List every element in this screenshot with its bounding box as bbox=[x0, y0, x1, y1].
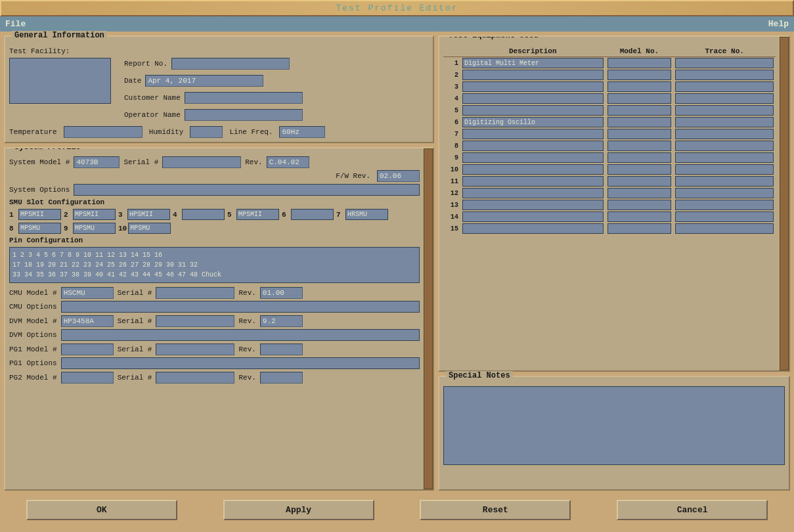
cmu-options-input[interactable] bbox=[61, 301, 420, 313]
equip-model-input[interactable] bbox=[607, 117, 672, 127]
system-options-input[interactable] bbox=[74, 184, 420, 196]
col-model-header: Model No. bbox=[606, 46, 674, 57]
table-row: 10 bbox=[443, 164, 776, 175]
equip-desc-input[interactable] bbox=[462, 70, 604, 80]
ok-button[interactable]: OK bbox=[26, 500, 177, 520]
pg1-model-input[interactable] bbox=[61, 344, 114, 355]
reset-button[interactable]: Reset bbox=[420, 500, 571, 520]
cmu-rev-input[interactable] bbox=[260, 287, 303, 299]
smu-input-9[interactable] bbox=[73, 223, 116, 234]
system-profile-scroll: System Model # Serial # Rev. F/W Rev. Sy… bbox=[9, 156, 429, 489]
test-facility-input[interactable] bbox=[9, 58, 111, 104]
line-freq-input[interactable] bbox=[279, 126, 325, 138]
equip-desc-input[interactable] bbox=[462, 58, 604, 68]
pg2-rev-input[interactable] bbox=[260, 372, 303, 384]
equip-trace-input[interactable] bbox=[675, 129, 774, 139]
equip-model-input[interactable] bbox=[607, 81, 672, 92]
equip-trace-input[interactable] bbox=[675, 188, 774, 198]
system-model-input[interactable] bbox=[74, 156, 120, 168]
equip-desc-input[interactable] bbox=[462, 129, 604, 139]
equip-trace-input[interactable] bbox=[675, 164, 774, 175]
humidity-input[interactable] bbox=[190, 126, 223, 138]
equip-model-input[interactable] bbox=[607, 188, 672, 198]
pg2-model-row: PG2 Model # Serial # Rev. bbox=[9, 372, 420, 384]
equip-desc-input[interactable] bbox=[462, 105, 604, 116]
date-input[interactable] bbox=[145, 75, 263, 87]
system-profile-scrollbar[interactable] bbox=[424, 148, 433, 489]
equip-desc-input[interactable] bbox=[462, 152, 604, 163]
equip-trace-input[interactable] bbox=[675, 152, 774, 163]
row-num: 15 bbox=[443, 223, 460, 234]
temperature-input[interactable] bbox=[64, 126, 143, 138]
equip-trace-input[interactable] bbox=[675, 223, 774, 234]
equip-trace-input[interactable] bbox=[675, 117, 774, 127]
equip-model-input[interactable] bbox=[607, 164, 672, 175]
equip-trace-input[interactable] bbox=[675, 70, 774, 80]
equip-desc-input[interactable] bbox=[462, 141, 604, 151]
equip-model-input[interactable] bbox=[607, 70, 672, 80]
customer-name-input[interactable] bbox=[185, 92, 303, 104]
equip-desc-input[interactable] bbox=[462, 211, 604, 222]
fw-rev-input[interactable] bbox=[377, 170, 420, 182]
equip-model-input[interactable] bbox=[607, 211, 672, 222]
equip-model-input[interactable] bbox=[607, 58, 672, 68]
equip-trace-input[interactable] bbox=[675, 141, 774, 151]
dvm-rev-input[interactable] bbox=[260, 315, 303, 327]
equip-desc-input[interactable] bbox=[462, 200, 604, 210]
serial-input[interactable] bbox=[162, 156, 241, 168]
pg2-serial-input[interactable] bbox=[156, 372, 234, 384]
equip-model-input[interactable] bbox=[607, 152, 672, 163]
smu-input-4[interactable] bbox=[182, 209, 225, 220]
equip-desc-input[interactable] bbox=[462, 117, 604, 127]
equip-trace-input[interactable] bbox=[675, 176, 774, 187]
pg2-model-input[interactable] bbox=[61, 372, 114, 384]
equip-model-input[interactable] bbox=[607, 200, 672, 210]
equip-model-input[interactable] bbox=[607, 176, 672, 187]
equip-desc-input[interactable] bbox=[462, 164, 604, 175]
cmu-model-input[interactable] bbox=[61, 287, 114, 299]
row-num: 11 bbox=[443, 175, 460, 187]
smu-input-10[interactable] bbox=[128, 223, 171, 234]
equip-model-input[interactable] bbox=[607, 129, 672, 139]
dvm-options-input[interactable] bbox=[61, 329, 420, 341]
smu-input-1[interactable] bbox=[18, 209, 61, 220]
equip-desc-input[interactable] bbox=[462, 188, 604, 198]
file-menu[interactable]: File bbox=[5, 19, 26, 29]
special-notes-input[interactable] bbox=[443, 386, 785, 465]
equip-trace-input[interactable] bbox=[675, 105, 774, 116]
equip-trace-input[interactable] bbox=[675, 211, 774, 222]
equip-model-input[interactable] bbox=[607, 141, 672, 151]
smu-input-8[interactable] bbox=[18, 223, 61, 234]
smu-input-2[interactable] bbox=[73, 209, 116, 220]
equip-desc-input[interactable] bbox=[462, 223, 604, 234]
cancel-button[interactable]: Cancel bbox=[617, 500, 768, 520]
pg1-serial-input[interactable] bbox=[156, 344, 234, 355]
equip-trace-input[interactable] bbox=[675, 200, 774, 210]
equip-desc-input[interactable] bbox=[462, 176, 604, 187]
smu-input-3[interactable] bbox=[127, 209, 170, 220]
apply-button[interactable]: Apply bbox=[223, 500, 374, 520]
equip-trace-input[interactable] bbox=[675, 81, 774, 92]
smu-item-10: 10 bbox=[118, 223, 171, 234]
equip-desc-input[interactable] bbox=[462, 81, 604, 92]
dvm-serial-input[interactable] bbox=[156, 315, 234, 327]
equip-model-input[interactable] bbox=[607, 93, 672, 104]
help-menu[interactable]: Help bbox=[768, 19, 789, 29]
rev-input[interactable] bbox=[267, 156, 309, 168]
smu-input-5[interactable] bbox=[236, 209, 279, 220]
equip-trace-input[interactable] bbox=[675, 93, 774, 104]
equip-model-input[interactable] bbox=[607, 105, 672, 116]
operator-name-input[interactable] bbox=[185, 109, 303, 121]
equip-trace-input[interactable] bbox=[675, 58, 774, 68]
smu-input-6[interactable] bbox=[291, 209, 334, 220]
dvm-model-input[interactable] bbox=[61, 315, 114, 327]
cmu-serial-input[interactable] bbox=[156, 287, 234, 299]
equip-desc-input[interactable] bbox=[462, 93, 604, 104]
dvm-rev-label: Rev. bbox=[238, 317, 255, 325]
smu-input-7[interactable] bbox=[345, 209, 388, 220]
report-no-input[interactable] bbox=[171, 58, 290, 70]
pg1-rev-input[interactable] bbox=[260, 344, 303, 355]
equipment-scrollbar[interactable] bbox=[780, 37, 789, 370]
equip-model-input[interactable] bbox=[607, 223, 672, 234]
pg1-options-input[interactable] bbox=[61, 357, 420, 369]
